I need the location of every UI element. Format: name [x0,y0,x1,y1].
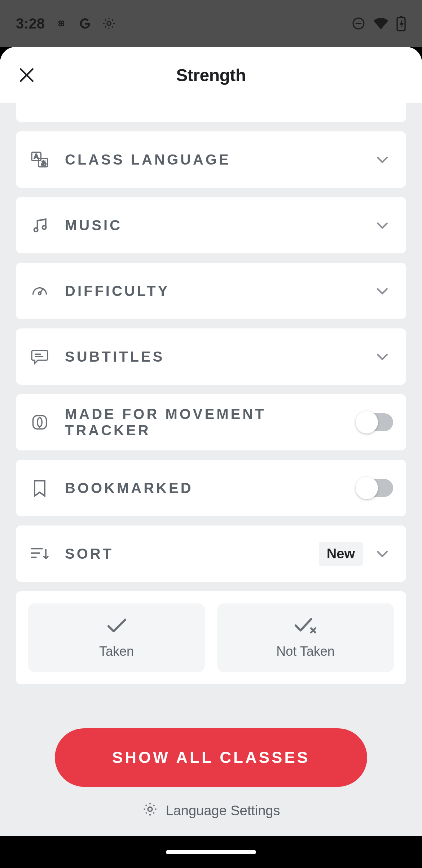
not-taken-label: Not Taken [276,644,334,659]
filter-label: BOOKMARKED [65,480,193,496]
taken-filter-card: Taken Not Taken [16,591,406,684]
language-settings-label: Language Settings [166,803,280,819]
filter-row-music[interactable]: MUSIC [16,197,406,253]
language-settings-button[interactable]: Language Settings [142,801,280,820]
filter-row-bookmarked: BOOKMARKED [16,460,406,516]
close-icon [18,66,36,84]
dnd-icon [351,16,366,31]
taken-button[interactable]: Taken [28,603,205,672]
filter-label: SORT [65,546,114,562]
filter-label: MADE FOR MOVEMENT TRACKER [65,406,358,439]
check-x-icon [294,616,317,636]
nav-gesture-pill[interactable] [166,850,256,854]
subtitles-icon [29,347,50,366]
bookmark-icon [29,479,50,497]
tracker-icon [29,413,50,432]
shapes-icon [29,103,50,104]
gauge-icon [29,281,50,301]
not-taken-button[interactable]: Not Taken [217,603,394,672]
sort-icon [29,545,50,563]
sheet-header: Strength [0,47,422,103]
filter-row-movement-tracker: MADE FOR MOVEMENT TRACKER [16,394,406,450]
svg-point-11 [34,228,38,232]
filter-label: MUSIC [65,217,122,234]
battery-icon [396,16,406,31]
svg-text:あ: あ [41,160,47,166]
filter-label: DIFFICULTY [65,283,170,299]
translate-icon: Aあ [29,150,50,169]
chevron-down-icon [372,217,393,233]
taken-label: Taken [99,644,134,659]
filter-row-class-type[interactable]: CLASS TYPE [16,103,406,122]
filter-label: CLASS LANGUAGE [65,152,231,168]
pinwheel-icon [54,16,69,31]
close-button[interactable] [16,64,38,86]
svg-rect-4 [400,16,402,18]
svg-point-12 [43,226,46,229]
filter-row-class-language[interactable]: Aあ CLASS LANGUAGE [16,131,406,188]
gear-icon [102,16,116,31]
status-bar: 3:28 [0,0,422,47]
movement-tracker-toggle[interactable] [358,413,393,431]
sheet-footer: SHOW ALL CLASSES Language Settings [0,715,422,836]
show-all-button[interactable]: SHOW ALL CLASSES [55,728,367,787]
android-nav-bar [0,836,422,868]
filter-label: SUBTITLES [65,349,164,365]
check-icon [106,616,127,636]
gear-icon [142,801,158,820]
wifi-icon [373,16,389,31]
sort-value: New [319,542,363,566]
svg-text:A: A [34,153,39,160]
chevron-down-icon [372,152,393,167]
filter-row-subtitles[interactable]: SUBTITLES [16,328,406,385]
svg-point-20 [148,807,152,811]
bookmarked-toggle[interactable] [358,479,393,497]
svg-point-0 [107,22,111,26]
filter-sheet: Strength CLASS TYPE Aあ CLASS LANGUAGE [0,47,422,836]
filter-row-difficulty[interactable]: DIFFICULTY [16,263,406,319]
chevron-down-icon [372,283,393,299]
status-time: 3:28 [16,16,45,32]
filter-row-sort[interactable]: SORT New [16,525,406,582]
sheet-title: Strength [176,65,246,85]
google-g-icon [78,16,92,31]
chevron-down-icon [372,349,393,365]
filters-scroll[interactable]: CLASS TYPE Aあ CLASS LANGUAGE [0,103,422,715]
music-note-icon [29,216,50,234]
chevron-down-icon [372,546,393,562]
